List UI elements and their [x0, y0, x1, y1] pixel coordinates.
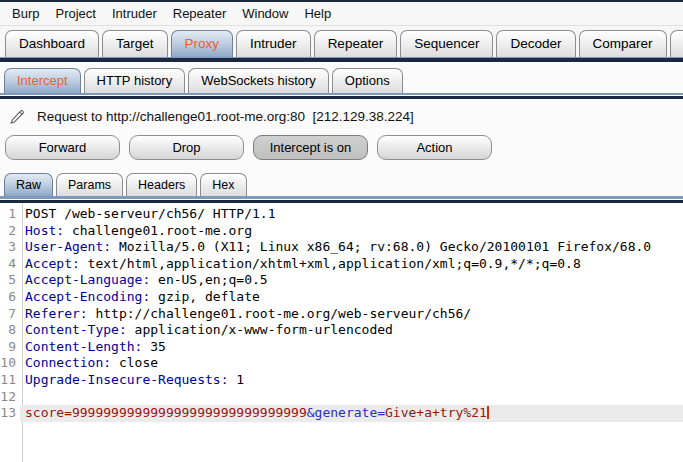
- line-text: Connection: close: [20, 355, 683, 372]
- edit-pencil-icon: [9, 108, 26, 125]
- request-line-4: 4Accept: text/html,application/xhtml+xml…: [0, 256, 683, 273]
- line-text: Upgrade-Insecure-Requests: 1: [20, 372, 683, 389]
- forward-button[interactable]: Forward: [5, 135, 120, 160]
- intercept-toggle-button[interactable]: Intercept is on: [253, 135, 368, 160]
- line-number: 3: [0, 239, 19, 256]
- text-cursor: [487, 406, 489, 419]
- line-text: Content-Length: 35: [20, 339, 683, 356]
- intercept-button-row: Forward Drop Intercept is on Action: [0, 132, 683, 169]
- line-text: User-Agent: Mozilla/5.0 (X11; Linux x86_…: [20, 239, 683, 256]
- tab-headers[interactable]: Headers: [126, 173, 197, 196]
- line-number: 4: [0, 256, 19, 273]
- line-text: Host: challenge01.root-me.org: [20, 223, 683, 240]
- menu-intruder[interactable]: Intruder: [104, 6, 165, 21]
- request-editor[interactable]: 1POST /web-serveur/ch56/ HTTP/1.12Host: …: [0, 203, 683, 462]
- tab-proxy[interactable]: Proxy: [171, 30, 234, 57]
- tab-intruder[interactable]: Intruder: [236, 30, 311, 57]
- request-line-6: 6Accept-Encoding: gzip, deflate: [0, 289, 683, 306]
- menu-project[interactable]: Project: [47, 6, 103, 21]
- line-number: 12: [0, 389, 19, 406]
- line-text: Referer: http://challenge01.root-me.org/…: [20, 306, 683, 323]
- request-editor-lines: 1POST /web-serveur/ch56/ HTTP/1.12Host: …: [0, 206, 683, 422]
- line-number: 1: [0, 206, 19, 223]
- tab-intercept[interactable]: Intercept: [4, 68, 81, 93]
- line-text: [20, 389, 683, 406]
- line-text: Accept: text/html,application/xhtml+xml,…: [20, 256, 683, 273]
- line-number: 11: [0, 372, 19, 389]
- tab-hex[interactable]: Hex: [200, 173, 246, 196]
- request-line-10: 10Connection: close: [0, 355, 683, 372]
- tab-http-history[interactable]: HTTP history: [84, 68, 186, 93]
- request-line-7: 7Referer: http://challenge01.root-me.org…: [0, 306, 683, 323]
- request-target-label: Request to http://challenge01.root-me.or…: [37, 109, 414, 124]
- tab-sequencer[interactable]: Sequencer: [400, 30, 493, 57]
- request-line-9: 9Content-Length: 35: [0, 339, 683, 356]
- main-tab-bar: DashboardTargetProxyIntruderRepeaterSequ…: [0, 26, 683, 57]
- burp-suite-window: BurpProjectIntruderRepeaterWindowHelp Da…: [0, 0, 683, 462]
- request-line-5: 5Accept-Language: en-US,en;q=0.5: [0, 272, 683, 289]
- tab-raw[interactable]: Raw: [4, 173, 53, 196]
- line-text: POST /web-serveur/ch56/ HTTP/1.1: [20, 206, 683, 223]
- request-line-2: 2Host: challenge01.root-me.org: [0, 223, 683, 240]
- line-number: 2: [0, 223, 19, 240]
- line-number: 7: [0, 306, 19, 323]
- tab-target[interactable]: Target: [102, 30, 168, 57]
- editor-tab-bar: RawParamsHeadersHex: [0, 169, 683, 196]
- request-line-11: 11Upgrade-Insecure-Requests: 1: [0, 372, 683, 389]
- request-line-13: 13score=999999999999999999999999999999&g…: [0, 405, 683, 422]
- line-number: 8: [0, 322, 19, 339]
- request-info-row: Request to http://challenge01.root-me.or…: [0, 99, 683, 132]
- menu-help[interactable]: Help: [296, 6, 339, 21]
- proxy-sub-tab-bar: InterceptHTTP historyWebSockets historyO…: [0, 65, 683, 93]
- editor-tab-underline: [0, 196, 683, 203]
- menu-bar: BurpProjectIntruderRepeaterWindowHelp: [0, 2, 683, 26]
- menu-burp[interactable]: Burp: [4, 6, 47, 21]
- tab-decoder[interactable]: Decoder: [496, 30, 575, 57]
- request-line-1: 1POST /web-serveur/ch56/ HTTP/1.1: [0, 206, 683, 223]
- tab-websockets-history[interactable]: WebSockets history: [188, 68, 329, 93]
- tab-repeater[interactable]: Repeater: [314, 30, 398, 57]
- tab-params[interactable]: Params: [56, 173, 123, 196]
- line-number: 6: [0, 289, 19, 306]
- tab-options[interactable]: Options: [332, 68, 403, 93]
- line-number: 10: [0, 355, 19, 372]
- tab-extender[interactable]: Extender: [670, 30, 683, 57]
- request-line-8: 8Content-Type: application/x-www-form-ur…: [0, 322, 683, 339]
- menu-repeater[interactable]: Repeater: [165, 6, 234, 21]
- line-text: score=999999999999999999999999999999&gen…: [20, 405, 683, 422]
- drop-button[interactable]: Drop: [129, 135, 244, 160]
- request-line-3: 3User-Agent: Mozilla/5.0 (X11; Linux x86…: [0, 239, 683, 256]
- action-button[interactable]: Action: [377, 135, 492, 160]
- line-text: Content-Type: application/x-www-form-url…: [20, 322, 683, 339]
- line-number: 13: [0, 405, 19, 422]
- request-line-12: 12: [0, 389, 683, 406]
- line-text: Accept-Language: en-US,en;q=0.5: [20, 272, 683, 289]
- tab-dashboard[interactable]: Dashboard: [5, 30, 99, 57]
- menu-window[interactable]: Window: [234, 6, 296, 21]
- tab-comparer[interactable]: Comparer: [579, 30, 667, 57]
- line-number: 5: [0, 272, 19, 289]
- line-number: 9: [0, 339, 19, 356]
- line-text: Accept-Encoding: gzip, deflate: [20, 289, 683, 306]
